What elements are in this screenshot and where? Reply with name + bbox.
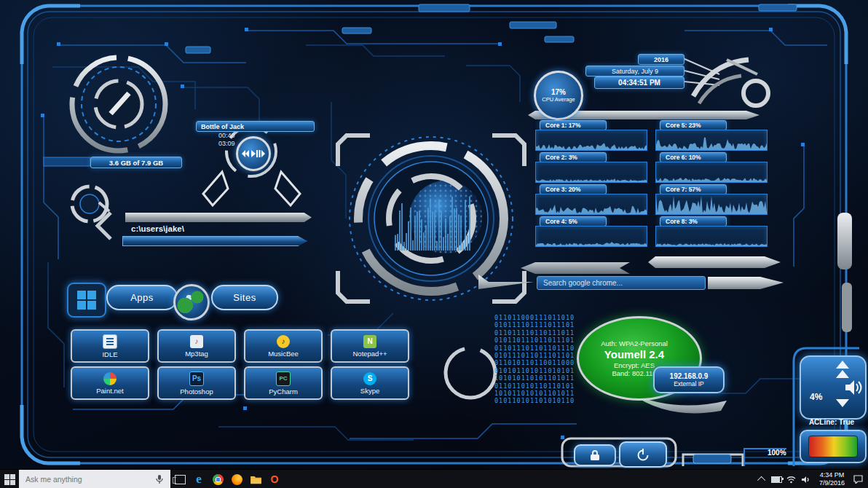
battery-gauge-bar [808,436,858,457]
musicbee-icon: ♪ [277,335,290,348]
acline-status: ACLine: True [798,418,865,426]
taskbar-opera[interactable]: O [265,470,284,488]
binary-line: 011010110110011000 [494,359,575,366]
binary-line: 010101101011010101 [494,367,575,374]
battery-percent: 100% [768,449,786,457]
core-3-label: Core 3: 20% [540,184,607,194]
sites-launcher-tile[interactable] [173,284,210,320]
tray-time: 4:34 PM [819,471,845,479]
app-mp3tag[interactable]: ♪ Mp3tag [157,329,236,363]
volume-down-icon [836,399,849,407]
external-ip: 192.168.0.9 External IP [653,366,725,393]
taskbar-search-input[interactable] [19,475,155,484]
clock-date: Saturday, July 9 [585,66,684,76]
path-bar-bottom [122,236,307,246]
tray-battery[interactable] [770,470,784,488]
clock-time-text: 04:34:51 PM [618,79,660,87]
binary-line: 011011110110111011 [494,329,575,337]
player-controls[interactable] [236,136,271,171]
core-2-label: Core 2: 3% [540,152,607,162]
core-8-text: Core 8: 3% [666,218,698,225]
tray-chevron[interactable] [755,470,770,488]
cpu-average-label: CPU Average [542,96,575,103]
task-view-button[interactable] [170,470,189,488]
path-bar-top-fix [125,213,312,222]
start-button[interactable] [0,470,19,488]
binary-line: 010110101101010110 [494,397,575,404]
wifi-encrypt: Encrypt: AES [614,361,655,369]
external-ip-value: 192.168.0.9 [670,372,709,380]
volume-up-icon [836,361,849,369]
binary-line: 010111101111011101 [494,321,575,328]
volume-down-button[interactable] [836,399,849,407]
app-notepadpp[interactable]: N Notepad++ [331,329,409,363]
cpu-average-gauge: 17% CPU Average [534,71,583,120]
core-2-graph [535,162,647,183]
sites-button[interactable]: Sites [211,285,278,310]
taskbar-search[interactable] [19,470,170,488]
core-3-text: Core 3: 20% [545,186,581,193]
app-skype[interactable]: S Skype [331,366,409,400]
photoshop-icon: Ps [189,371,204,386]
taskbar-chrome[interactable] [208,470,227,488]
core-5-label: Core 5: 23% [660,120,727,130]
microphone-icon[interactable] [155,474,164,484]
play-icon [251,150,256,157]
hud-activity-graph [392,186,473,251]
google-search-input[interactable] [537,276,706,290]
apps-button[interactable]: Apps [106,285,178,310]
core-6-text: Core 6: 10% [666,154,701,161]
start-windows-icon [4,474,15,485]
apps-launcher-tile[interactable] [67,283,106,318]
volume-level: 4% [810,392,822,402]
wifi-band: Band: 802.11n [612,369,656,377]
app-idle-label: IDLE [102,350,117,358]
idle-icon [103,334,117,349]
taskbar-file-explorer[interactable] [246,470,265,488]
binary-line: 101011010101101011 [494,390,575,397]
chrome-icon [213,474,224,485]
volume-up-button[interactable] [836,361,849,378]
folder-icon [250,474,262,484]
battery-gauge [800,430,867,463]
media-buttons-icon[interactable] [241,149,266,158]
windows-logo-icon [77,291,96,310]
core-7-label: Core 7: 57% [660,184,727,194]
taskbar-firefox[interactable] [227,470,246,488]
core-4-graph [535,226,647,247]
binary-line: 101010110101101011 [494,374,575,382]
clock-date-text: Saturday, July 9 [612,68,658,75]
binary-line: 011011101101101110 [494,345,575,352]
desktop: 2016 Saturday, July 9 04:34:51 PM 17% CP… [0,0,868,469]
external-ip-label: External IP [674,380,704,387]
tray-clock[interactable]: 4:34 PM 7/9/2016 [813,471,851,487]
mp3tag-icon: ♪ [190,335,203,348]
apps-button-label: Apps [130,292,154,303]
path-text[interactable]: c:\users\jake\ [131,224,184,233]
player-duration: 03:09 [218,140,235,147]
taskbar-edge[interactable]: e [189,470,208,488]
app-paintnet[interactable]: Paint.net [71,366,149,400]
core-4-label: Core 4: 5% [540,216,607,227]
app-mp3tag-label: Mp3tag [185,350,208,358]
core-1-text: Core 1: 17% [545,122,581,129]
power-button[interactable] [619,441,667,468]
lock-button[interactable] [574,444,616,466]
core-6-label: Core 6: 10% [660,152,727,162]
tray-network[interactable] [784,470,799,488]
app-musicbee[interactable]: ♪ MusicBee [244,329,323,363]
speaker-icon[interactable] [845,379,864,396]
pause-icon [256,150,258,157]
app-photoshop[interactable]: Ps Photoshop [157,366,236,400]
core-4-text: Core 4: 5% [545,218,577,225]
ram-usage: 3.6 GB of 7.9 GB [90,157,182,168]
tray-volume[interactable] [799,470,813,488]
app-idle[interactable]: IDLE [71,329,149,363]
binary-line: 010110111011011101 [494,337,575,344]
binary-line: 010111011011101101 [494,352,575,359]
binary-readout: 011011000111011010 010111101111011101 01… [494,314,575,405]
action-center-button[interactable] [851,470,865,488]
app-pycharm-label: PyCharm [269,387,298,395]
app-photoshop-label: Photoshop [180,387,213,395]
app-pycharm[interactable]: PC PyCharm [244,366,323,400]
